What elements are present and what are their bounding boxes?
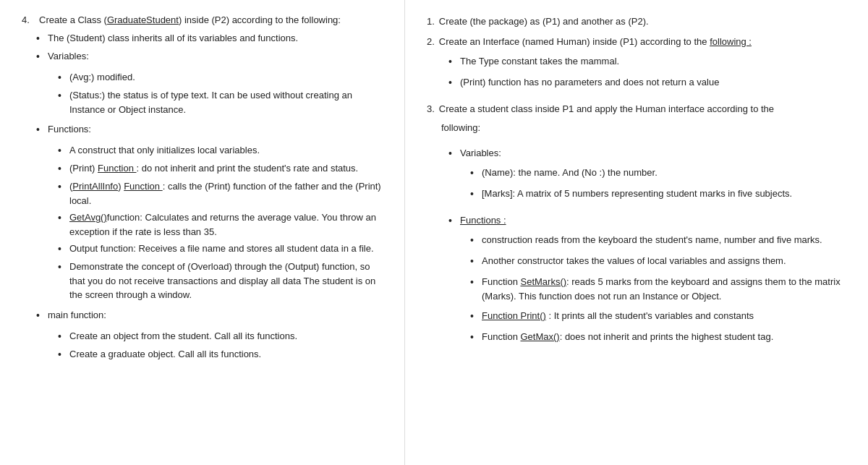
- list-item-print: • Function Print() : It prints all the s…: [470, 309, 846, 324]
- list-item: • (Avg:) modified.: [58, 70, 383, 85]
- variables-label: Variables:: [460, 146, 501, 161]
- item-text: Create (the package) as (P1) and another…: [439, 14, 649, 29]
- variables-label: Variables:: [48, 49, 89, 64]
- item2-children: • The Type constant takes the mammal. • …: [427, 54, 719, 96]
- item-number: 3.: [427, 102, 435, 116]
- list-item-variables: • Variables: • (Avg:) modified. • (Statu…: [36, 49, 383, 119]
- item-text: (Print) Function : do not inherit and pr…: [69, 161, 358, 176]
- item-text: (Print) function has no parameters and d…: [460, 75, 719, 90]
- functions-label: Functions :: [460, 213, 506, 229]
- item-text: Function SetMarks(): reads 5 marks from …: [482, 275, 846, 303]
- item3-variables: • Variables: • (Name): the name. And (No…: [448, 146, 846, 208]
- bullet-icon: •: [470, 330, 477, 345]
- bullet-icon: •: [448, 146, 456, 161]
- item-text: Output function: Receives a file name an…: [69, 242, 374, 256]
- list-item-print: • (Print) Function : do not inherit and …: [58, 161, 383, 176]
- bullet-icon: •: [36, 122, 43, 137]
- item-text: Function Print() : It prints all the stu…: [482, 309, 754, 323]
- list-item: • Create a graduate object. Call all its…: [58, 347, 297, 362]
- item3-children: • Variables: • (Name): the name. And (No…: [427, 146, 846, 357]
- right-item-3: 3. Create a student class inside P1 and …: [427, 102, 846, 357]
- bullet-icon: •: [58, 329, 65, 344]
- printallinfo-underline: PrintAllInfo: [72, 181, 118, 192]
- bullet-icon: •: [470, 187, 477, 202]
- bullet-icon: •: [470, 254, 477, 269]
- bullet-icon: •: [58, 143, 65, 158]
- bullet-icon: •: [36, 49, 43, 64]
- list-item-output: • Output function: Receives a file name …: [58, 242, 383, 257]
- bullet-icon: •: [448, 213, 456, 229]
- list-item-setmarks: • Function SetMarks(): reads 5 marks fro…: [470, 275, 846, 303]
- right-column: 1. Create (the package) as (P1) and anot…: [405, 0, 868, 465]
- bullet-icon: •: [58, 242, 65, 257]
- function-underline: Function: [98, 163, 136, 174]
- classname-underline: GraduateStudent: [107, 14, 179, 25]
- left-column: 4. Create a Class (GraduateStudent) insi…: [0, 0, 405, 465]
- right-numbered-list: 1. Create (the package) as (P1) and anot…: [427, 14, 846, 357]
- functions-sub-list: • A construct that only initializes loca…: [36, 143, 383, 305]
- item-number: 4.: [22, 14, 35, 25]
- bullet-icon: •: [58, 179, 65, 195]
- list-item: • A construct that only initializes loca…: [58, 143, 383, 158]
- item-header-text: Create a Class (GraduateStudent) inside …: [39, 14, 341, 25]
- item-number: 1.: [427, 14, 435, 29]
- list-item-demonstrate: • Demonstrate the concept of (Overload) …: [58, 260, 383, 302]
- getmax-underline: GetMax(): [520, 331, 559, 342]
- list-item-getavg: • GetAvg()function: Calculates and retur…: [58, 210, 383, 239]
- list-item: • Create an object from the student. Cal…: [58, 329, 297, 344]
- list-item: • (Name): the name. And (No :) the numbe…: [470, 166, 792, 181]
- left-sub-list: • The (Student) class inherits all of it…: [22, 31, 383, 365]
- bullet-icon: •: [448, 54, 456, 69]
- functions-label: Functions:: [48, 122, 91, 137]
- main-function-label: main function:: [48, 308, 106, 323]
- item-text: Create a graduate object. Call all its f…: [69, 347, 261, 362]
- item-text: Function GetMax(): does not inherit and …: [482, 330, 773, 344]
- bullet-icon: •: [470, 309, 477, 324]
- item-text: The Type constant takes the mammal.: [460, 54, 619, 69]
- following-label: following:: [427, 121, 480, 135]
- item-text: The (Student) class inherits all of its …: [48, 31, 298, 46]
- functions-underline-label: Functions :: [460, 215, 506, 226]
- item-text: (Name): the name. And (No :) the number.: [482, 166, 658, 180]
- item-text: (Status:) the status is of type text. It…: [69, 88, 383, 116]
- functions-children: • construction reads from the keyboard t…: [448, 233, 846, 351]
- main-item-4-header: 4. Create a Class (GraduateStudent) insi…: [22, 14, 383, 25]
- list-item: • The (Student) class inherits all of it…: [36, 31, 383, 46]
- bullet-icon: •: [36, 308, 43, 323]
- item-text: Demonstrate the concept of (Overload) th…: [69, 260, 383, 302]
- list-item-getmax: • Function GetMax(): does not inherit an…: [470, 330, 846, 345]
- bullet-icon: •: [58, 260, 65, 275]
- list-item: • The Type constant takes the mammal.: [448, 54, 719, 69]
- bullet-icon: •: [58, 161, 65, 176]
- variables-sub-list: • (Avg:) modified. • (Status:) the statu…: [36, 70, 383, 119]
- bullet-icon: •: [58, 70, 65, 85]
- main-function-sub-list: • Create an object from the student. Cal…: [36, 329, 297, 365]
- setmarks-underline: SetMarks(): [520, 276, 566, 287]
- variables-children: • (Name): the name. And (No :) the numbe…: [448, 166, 792, 208]
- list-item-main: • main function: • Create an object from…: [36, 308, 383, 365]
- item-text: A construct that only initializes local …: [69, 143, 260, 158]
- list-item: • [Marks]: A matrix of 5 numbers represe…: [470, 187, 792, 202]
- item-text: [Marks]: A matrix of 5 numbers represent…: [482, 187, 792, 201]
- right-item-1: 1. Create (the package) as (P1) and anot…: [427, 14, 846, 29]
- right-item-2: 2. Create an Interface (named Human) ins…: [427, 35, 846, 97]
- list-item-functions: • Functions: • A construct that only ini…: [36, 122, 383, 305]
- bullet-icon: •: [470, 166, 477, 181]
- bullet-icon: •: [470, 233, 477, 248]
- bullet-icon: •: [470, 275, 477, 290]
- list-item-printallinfo: • (PrintAllInfo) Function : calls the (P…: [58, 179, 383, 208]
- bullet-icon: •: [58, 210, 65, 226]
- bullet-icon: •: [58, 88, 65, 103]
- item3-functions: • Functions : • construction reads from …: [448, 213, 846, 351]
- following-underline: following :: [710, 36, 752, 47]
- bullet-icon: •: [58, 347, 65, 362]
- item-text: Another constructor takes the values of …: [482, 254, 786, 268]
- bullet-icon: •: [36, 31, 43, 46]
- function-underline2: Function: [124, 181, 162, 192]
- item-text: Create an object from the student. Call …: [69, 329, 297, 344]
- item-text: (PrintAllInfo) Function : calls the (Pri…: [69, 179, 383, 208]
- list-item: • (Print) function has no parameters and…: [448, 75, 719, 90]
- item-text: (Avg:) modified.: [69, 70, 135, 85]
- print-underline: Function Print(): [482, 310, 546, 321]
- item-number: 2.: [427, 35, 435, 49]
